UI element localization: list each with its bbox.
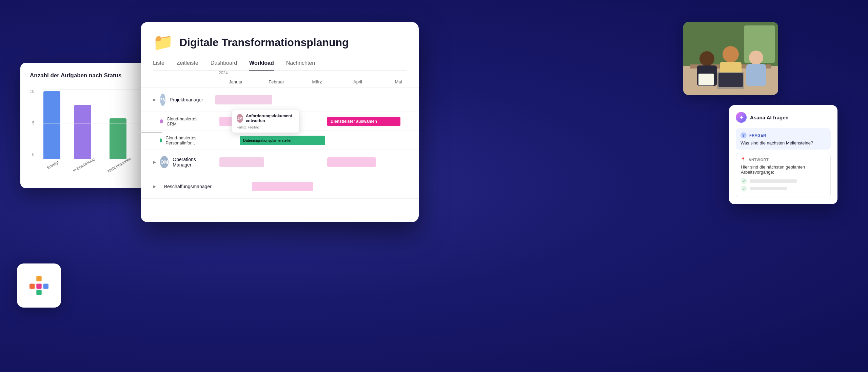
- ai-check-item-2: ✓: [741, 185, 826, 192]
- bar-group: Nicht begonnen: [105, 118, 131, 167]
- timeline-row-person: ▶PMProjektmanager: [141, 87, 419, 112]
- gantt-bar: [252, 182, 313, 191]
- row-bars-cell: [215, 174, 419, 198]
- row-person-name: Operations Manager: [173, 157, 203, 168]
- answer-pin-icon: 📍: [741, 157, 746, 162]
- tooltip-avatar: JM: [237, 114, 243, 123]
- row-bars-cell: [215, 150, 419, 174]
- task-name: Cloud-basiertes Personalinfor...: [165, 135, 203, 145]
- main-header: 📁 Digitale Transformationsplanung ListeZ…: [141, 22, 419, 71]
- gantt-bar: [215, 95, 272, 104]
- month-label: Mai: [378, 79, 419, 84]
- grid-line-top: [43, 89, 153, 90]
- ai-header: ✦ Asana AI fragen: [736, 112, 831, 123]
- year-label: 2024: [219, 71, 228, 75]
- gantt-bar: [219, 157, 264, 167]
- row-person-cell: ▶PMProjektmanager: [141, 94, 215, 106]
- month-labels: JanuarFebruarMärzAprilMai: [215, 79, 419, 84]
- svg-rect-3: [43, 283, 48, 289]
- ai-title: Asana AI fragen: [750, 115, 789, 120]
- svg-point-10: [699, 51, 714, 66]
- check-text-1: [750, 179, 797, 183]
- tooltip-assignee-row: JMAnforderungsdokument entwerfen: [237, 114, 294, 123]
- connector-line: [135, 132, 162, 133]
- tooltip-due: Fällig: Freitag: [237, 125, 294, 129]
- month-label: Januar: [215, 79, 256, 84]
- nav-tab-zeitleiste[interactable]: Zeitleiste: [177, 60, 198, 70]
- month-label: April: [337, 79, 378, 84]
- task-sub-row: Cloud-basiertes CRMJMAnforderungsdokumen…: [141, 112, 419, 131]
- timeline-row-person: ▶BMBeschaffungsmanager: [141, 174, 419, 199]
- project-title-row: 📁 Digitale Transformationsplanung: [153, 33, 407, 52]
- svg-rect-1: [36, 276, 41, 281]
- bar-group: In Bearbeitung: [71, 105, 95, 167]
- bar: [110, 118, 126, 159]
- task-name: Cloud-basiertes CRM: [166, 116, 203, 126]
- bar-group: Erledigt: [43, 91, 60, 167]
- row-chevron: ▶: [153, 97, 156, 102]
- chart-title: Anzahl der Aufgaben nach Status: [30, 72, 153, 79]
- chart-area: 10 5 0 ErledigtIn BearbeitungNicht begon…: [30, 86, 153, 167]
- task-bar-cell: JMAnforderungsdokument entwerfenFällig: …: [215, 112, 419, 131]
- nav-tabs: ListeZeitleisteDashboardWorkloadNachrich…: [153, 60, 407, 71]
- row-person-cell: ▶OMOperations Manager: [141, 156, 215, 168]
- svg-rect-0: [29, 283, 35, 289]
- row-person-name: Projektmanager: [170, 97, 203, 102]
- bar: [43, 91, 60, 159]
- task-label-cell: Cloud-basiertes CRM: [141, 112, 215, 131]
- row-bars-cell: [215, 87, 419, 112]
- svg-rect-4: [36, 290, 41, 295]
- timeline-months: 2024 JanuarFebruarMärzAprilMai: [215, 71, 419, 87]
- check-icon-2: ✓: [741, 185, 747, 192]
- avatar: OM: [160, 156, 169, 168]
- bar-label: Erledigt: [46, 160, 59, 170]
- timeline-area: 2024 JanuarFebruarMärzAprilMai ▶PMProjek…: [141, 71, 419, 222]
- gantt-bar-task: Datenmigrationsplan erstellen: [240, 136, 325, 145]
- chart-y-axis: 10 5 0: [30, 89, 37, 157]
- nav-tab-nachrichten[interactable]: Nachrichten: [286, 60, 315, 70]
- svg-rect-17: [718, 73, 743, 87]
- month-label: Februar: [256, 79, 297, 84]
- nav-tab-workload[interactable]: Workload: [249, 60, 274, 70]
- ai-icon-symbol: ✦: [739, 114, 744, 121]
- asana-logo-card: [17, 263, 61, 308]
- task-tooltip: JMAnforderungsdokument entwerfenFällig: …: [232, 110, 299, 133]
- row-person-cell: ▶BMBeschaffungsmanager: [141, 180, 215, 193]
- timeline-rows: ▶PMProjektmanagerCloud-basiertes CRMJMAn…: [141, 87, 419, 222]
- check-icon-1: ✓: [741, 178, 747, 184]
- row-person-name: Beschaffungsmanager: [164, 184, 212, 189]
- tooltip-task-name: Anforderungsdokument entwerfen: [246, 114, 294, 123]
- nav-tab-dashboard[interactable]: Dashboard: [211, 60, 237, 70]
- svg-rect-18: [698, 74, 714, 85]
- ai-answer-section: 📍 Antwort Hier sind die nächsten geplant…: [736, 153, 831, 197]
- ai-question-label: ? Fragen: [741, 132, 826, 138]
- project-title: Digitale Transformationsplanung: [179, 36, 349, 49]
- ai-answer-label: 📍 Antwort: [741, 157, 826, 162]
- svg-rect-15: [746, 64, 766, 86]
- ai-panel: ✦ Asana AI fragen ? Fragen Was sind die …: [729, 105, 837, 204]
- ai-icon: ✦: [736, 112, 747, 123]
- answer-label-text: Antwort: [749, 158, 769, 162]
- gantt-chip: Dienstleister auswählen: [327, 117, 400, 126]
- bar-label: Nicht begonnen: [107, 157, 132, 173]
- main-panel: 📁 Digitale Transformationsplanung ListeZ…: [141, 22, 419, 222]
- office-photo-svg: [683, 22, 778, 95]
- photo-placeholder: [683, 22, 778, 95]
- timeline-header: 2024 JanuarFebruarMärzAprilMai: [141, 71, 419, 87]
- ai-check-item-1: ✓: [741, 178, 826, 184]
- y-label-5: 5: [32, 121, 35, 125]
- folder-icon: 📁: [153, 33, 173, 52]
- photo-card: [683, 22, 778, 95]
- task-dot: [160, 119, 163, 123]
- asana-icon: [27, 274, 51, 297]
- bars-container: ErledigtIn BearbeitungNicht begonnen: [43, 99, 153, 167]
- nav-tab-liste[interactable]: Liste: [153, 60, 164, 70]
- question-icon: ?: [741, 132, 747, 138]
- y-label-10: 10: [30, 89, 34, 94]
- task-bar-cell: Datenmigrationsplan erstellen: [215, 131, 419, 150]
- month-label: März: [297, 79, 337, 84]
- bar-label: In Bearbeitung: [72, 157, 95, 173]
- ai-question-section: ? Fragen Was sind die nächsten Meilenste…: [736, 128, 831, 150]
- timeline-row-label-empty: [141, 71, 215, 87]
- row-chevron: ▶: [153, 184, 156, 189]
